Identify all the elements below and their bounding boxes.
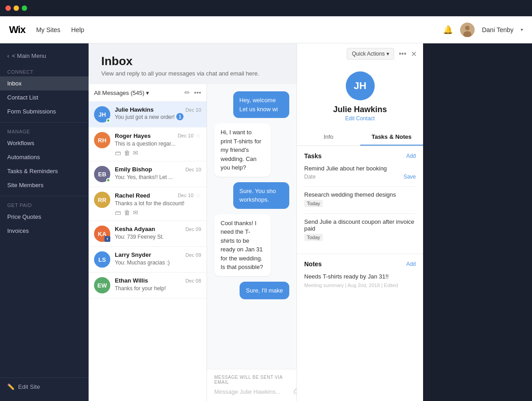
sidebar-item-automations[interactable]: Automations: [0, 150, 89, 164]
traffic-light-green[interactable]: [22, 5, 27, 11]
chat-area: Hey, welcome Let us know wi Hi, I want t…: [207, 84, 297, 401]
task-divider: [304, 186, 416, 187]
message-date: Dec 08: [185, 278, 201, 283]
edit-site-button[interactable]: ✏️ Edit Site: [7, 383, 81, 390]
pencil-icon: ✏️: [7, 383, 14, 390]
notes-header: Notes Add: [304, 260, 416, 268]
message-preview: You just got a new order!: [115, 114, 174, 120]
message-item[interactable]: RR Rachel Reed Dec 10 ☆ Thanks a lot for…: [89, 187, 207, 221]
email-icon[interactable]: ✉: [133, 149, 138, 156]
nav-my-sites[interactable]: My Sites: [36, 26, 61, 33]
note-text: Needs T-shirts ready by Jan 31!!: [304, 273, 416, 280]
chat-bubble: Sure, I'll make: [240, 282, 289, 300]
avatar: EB: [94, 166, 110, 182]
sidebar-item-site-members[interactable]: Site Members: [0, 178, 89, 192]
note-meta: Meeting summary | Aug 2nd, 2018 | Edited: [304, 283, 416, 288]
avatar: JH: [94, 106, 110, 123]
sender-name: Emily Bishop: [115, 166, 152, 173]
avatar: KA f: [94, 226, 110, 242]
message-date: Dec 09: [185, 226, 201, 232]
message-item[interactable]: RH Roger Hayes Dec 10 ☆ This is a questi…: [89, 127, 207, 161]
message-content: Emily Bishop Dec 10 You: Yes, thanks!! L…: [115, 166, 201, 182]
message-item[interactable]: EW Ethan Willis Dec 08 Thanks for your h…: [89, 273, 207, 298]
task-item: Research wedding themed designs Today: [304, 191, 416, 207]
message-preview: Thanks for your help!: [115, 285, 166, 292]
message-date: Dec 10: [178, 193, 193, 198]
message-content: Kesha Adyaan Dec 09 You: 739 Feeney St.: [115, 226, 201, 242]
email-icon[interactable]: ✉: [133, 209, 138, 216]
compose-icon[interactable]: ✏: [184, 89, 190, 97]
chat-bubble: Hey, welcome Let us know wi: [233, 91, 290, 118]
quick-actions-button[interactable]: Quick Actions ▾: [347, 48, 394, 60]
more-options-icon[interactable]: •••: [194, 89, 201, 97]
task-save-link[interactable]: Save: [404, 174, 416, 180]
section-manage-label: Manage: [0, 126, 89, 136]
sidebar-item-tasks-reminders[interactable]: Tasks & Reminders: [0, 164, 89, 178]
user-menu-chevron-icon[interactable]: ▾: [521, 27, 523, 32]
archive-icon[interactable]: 🗃: [115, 209, 121, 216]
inbox-label: Inbox: [7, 80, 22, 87]
bell-icon[interactable]: 🔔: [443, 25, 453, 35]
message-item[interactable]: LS Larry Snyder Dec 09 You: Muchas graci…: [89, 247, 207, 273]
inbox-panel: Inbox View and reply to all your message…: [89, 43, 297, 401]
message-preview: You: 739 Feeney St.: [115, 234, 164, 240]
traffic-light-yellow[interactable]: [14, 5, 19, 11]
add-task-link[interactable]: Add: [406, 153, 416, 159]
task-text: Send Julie a discount coupon after invoi…: [304, 218, 416, 232]
message-date: Dec 10: [185, 167, 201, 172]
sidebar-divider-1: [0, 122, 89, 123]
star-icon[interactable]: ☆: [195, 132, 201, 139]
message-item[interactable]: JH Julie Hawkins Dec 10 You just got a n…: [89, 102, 207, 127]
task-meta: Date Save: [304, 174, 416, 180]
sidebar-item-form-submissions[interactable]: Form Submissions: [0, 104, 89, 118]
task-item: Remind Julie about her booking Date Save: [304, 165, 416, 180]
task-text: Remind Julie about her booking: [304, 165, 416, 172]
chat-input[interactable]: [214, 388, 290, 395]
archive-icon[interactable]: 🗃: [115, 149, 121, 156]
task-date-badge: Today: [304, 234, 323, 241]
message-content: Julie Hawkins Dec 10 You just got a new …: [115, 106, 201, 123]
notes-title: Notes: [304, 260, 322, 268]
top-bar: [0, 0, 532, 16]
nav-help[interactable]: Help: [71, 26, 85, 33]
edit-contact-link[interactable]: Edit Contact: [345, 115, 375, 122]
tasks-header: Tasks Add: [304, 152, 416, 160]
avatar: RH: [94, 132, 110, 148]
all-messages-filter[interactable]: All Messages (545) ▾: [94, 90, 149, 96]
chat-bubble: Cool thanks! I need the T-shirts to be r…: [214, 214, 271, 276]
nav-right: 🔔 Dani Tenby ▾: [443, 23, 523, 37]
delete-icon[interactable]: 🗑: [124, 149, 130, 156]
tab-info[interactable]: Info: [297, 129, 360, 146]
tab-tasks-notes[interactable]: Tasks & Notes: [360, 129, 424, 146]
online-indicator: [106, 178, 110, 182]
content-area: Inbox View and reply to all your message…: [89, 43, 532, 401]
sidebar-item-invoices[interactable]: Invoices: [0, 224, 89, 238]
section-get-paid-label: Get Paid: [0, 200, 89, 210]
user-name[interactable]: Dani Tenby: [482, 26, 513, 33]
sidebar-item-workflows[interactable]: Workflows: [0, 136, 89, 150]
star-icon[interactable]: ☆: [195, 192, 201, 199]
message-actions: 🗃 🗑 ✉: [115, 149, 201, 156]
unread-badge: 1: [176, 113, 184, 120]
message-item[interactable]: EB Emily Bishop Dec 10 You: Yes, thanks!…: [89, 161, 207, 187]
sidebar-item-price-quotes[interactable]: Price Quotes: [0, 210, 89, 224]
more-options-icon[interactable]: •••: [399, 50, 406, 58]
delete-icon[interactable]: 🗑: [124, 209, 130, 216]
contact-list-label: Contact List: [7, 94, 38, 101]
message-item[interactable]: KA f Kesha Adyaan Dec 09 You: 739 Feeney…: [89, 221, 207, 247]
section-connect-label: Connect: [0, 66, 89, 76]
message-list: All Messages (545) ▾ ✏ ••• JH: [89, 84, 207, 401]
traffic-lights: [5, 5, 27, 11]
traffic-light-red[interactable]: [5, 5, 11, 11]
task-date[interactable]: Date: [304, 174, 315, 180]
sidebar-item-inbox[interactable]: Inbox: [0, 76, 89, 90]
quick-actions-label: Quick Actions: [352, 51, 385, 57]
main-menu-label: < Main Menu: [12, 52, 46, 59]
close-icon[interactable]: ✕: [411, 50, 417, 58]
message-actions: 🗃 🗑 ✉: [115, 209, 201, 216]
add-note-link[interactable]: Add: [406, 261, 416, 267]
quick-actions-chevron-icon: ▾: [386, 51, 389, 57]
sidebar-item-contact-list[interactable]: Contact List: [0, 90, 89, 104]
sidebar-back-button[interactable]: ‹ < Main Menu: [0, 49, 89, 63]
form-submissions-label: Form Submissions: [7, 108, 56, 115]
